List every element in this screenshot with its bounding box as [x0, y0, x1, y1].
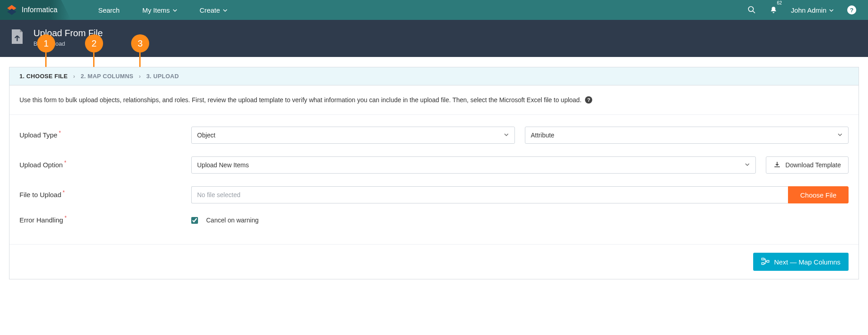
nav-right: 62 John Admin ? — [748, 5, 868, 14]
download-template-button[interactable]: Download Template — [766, 156, 849, 174]
nav-search-label: Search — [98, 6, 120, 14]
required-indicator: * — [65, 215, 67, 221]
brand-name: Informatica — [22, 6, 57, 14]
error-handling-label-wrap: Error Handling* — [19, 216, 191, 224]
svg-line-3 — [753, 11, 755, 13]
upload-option-select[interactable]: Upload New Items — [191, 156, 756, 174]
annotation-callout-2: 2 — [85, 34, 103, 52]
user-menu[interactable]: John Admin — [791, 6, 834, 14]
chevron-down-icon — [173, 6, 177, 14]
chevron-down-icon — [837, 132, 843, 139]
error-handling-controls: Cancel on warning — [191, 217, 849, 224]
nav-item-create[interactable]: Create — [200, 6, 227, 14]
svg-rect-4 — [762, 258, 764, 260]
wizard-step-choose-file[interactable]: 1. CHOOSE FILE — [19, 73, 68, 80]
page-header: Upload From File Bulk Upload — [0, 20, 868, 57]
wizard-step-map-columns[interactable]: 2. MAP COLUMNS — [80, 73, 133, 80]
card-footer: Next — Map Columns — [9, 244, 859, 279]
annotation-callout-1: 1 — [37, 34, 55, 52]
annotation-line-1 — [45, 52, 47, 67]
upload-type-controls: Object Attribute — [191, 127, 849, 144]
upload-type-label: Upload Type — [19, 131, 57, 139]
annotation-line-3 — [139, 52, 141, 67]
instruction-row: Use this form to bulk upload objects, re… — [9, 85, 859, 115]
help-tooltip-icon[interactable]: ? — [585, 96, 592, 104]
annotation-line-2 — [93, 52, 94, 67]
download-template-label: Download Template — [785, 161, 841, 169]
next-button-label: Next — Map Columns — [774, 258, 840, 266]
annotation-callout-3: 3 — [131, 34, 149, 52]
chevron-right-icon: › — [73, 73, 75, 80]
form-area: Upload Type* Object Attribute — [9, 115, 859, 244]
upload-option-label-wrap: Upload Option* — [19, 161, 191, 169]
upload-type-label-wrap: Upload Type* — [19, 131, 191, 139]
choose-file-button[interactable]: Choose File — [788, 186, 849, 203]
nav-create-label: Create — [200, 6, 220, 14]
required-indicator: * — [63, 189, 65, 196]
nav-item-search[interactable]: Search — [98, 6, 120, 14]
svg-rect-6 — [767, 260, 769, 262]
upload-file-icon — [9, 28, 25, 47]
file-to-upload-label-wrap: File to Upload* — [19, 191, 191, 199]
row-error-handling: Error Handling* Cancel on warning — [19, 208, 849, 234]
choose-file-label: Choose File — [800, 191, 836, 199]
search-icon[interactable] — [748, 6, 756, 14]
required-indicator: * — [64, 160, 66, 166]
error-handling-label: Error Handling — [19, 216, 63, 224]
required-indicator: * — [59, 130, 61, 136]
download-icon — [774, 161, 781, 170]
upload-option-label: Upload Option — [19, 161, 63, 169]
row-upload-type: Upload Type* Object Attribute — [19, 118, 849, 148]
upload-type-primary-select[interactable]: Object — [191, 127, 515, 144]
upload-type-primary-value: Object — [197, 132, 215, 139]
chevron-down-icon — [504, 132, 509, 139]
upload-type-secondary-select[interactable]: Attribute — [525, 127, 849, 144]
upload-option-controls: Upload New Items Download Template — [191, 156, 849, 174]
nav-links: Search My Items Create — [98, 0, 227, 20]
svg-rect-5 — [762, 263, 764, 264]
notification-count-badge: 62 — [777, 0, 782, 5]
cancel-on-warning-label: Cancel on warning — [206, 217, 259, 224]
svg-marker-1 — [7, 9, 16, 15]
user-name-label: John Admin — [791, 6, 826, 14]
instruction-text: Use this form to bulk upload objects, re… — [19, 96, 581, 104]
upload-option-value: Upload New Items — [197, 161, 249, 169]
top-nav: Informatica Search My Items Create 62 Jo… — [0, 0, 868, 20]
row-file-to-upload: File to Upload* No file selected Choose … — [19, 178, 849, 208]
svg-point-2 — [748, 7, 753, 12]
notification-bell-icon[interactable]: 62 — [769, 6, 778, 14]
chevron-right-icon: › — [139, 73, 141, 80]
map-columns-icon — [761, 257, 769, 267]
row-upload-option: Upload Option* Upload New Items Download… — [19, 148, 849, 178]
upload-type-secondary-value: Attribute — [531, 132, 554, 139]
cancel-on-warning-checkbox[interactable] — [191, 217, 198, 224]
brand-logo-icon — [6, 5, 17, 15]
chevron-down-icon — [223, 6, 227, 14]
wizard-step-upload[interactable]: 3. UPLOAD — [146, 73, 179, 80]
file-placeholder-text: No file selected — [197, 191, 241, 198]
main-content: 1 2 3 1. CHOOSE FILE › 2. MAP COLUMNS › … — [0, 57, 868, 288]
nav-item-my-items[interactable]: My Items — [142, 6, 177, 14]
chevron-down-icon — [745, 161, 750, 169]
help-icon[interactable]: ? — [847, 5, 856, 14]
brand-block[interactable]: Informatica — [0, 0, 71, 20]
file-to-upload-label: File to Upload — [19, 191, 61, 198]
chevron-down-icon — [829, 6, 834, 14]
file-controls: No file selected Choose File — [191, 186, 849, 203]
upload-card: 1. CHOOSE FILE › 2. MAP COLUMNS › 3. UPL… — [9, 67, 859, 279]
nav-my-items-label: My Items — [142, 6, 170, 14]
file-path-display: No file selected — [191, 186, 788, 203]
wizard-steps: 1. CHOOSE FILE › 2. MAP COLUMNS › 3. UPL… — [9, 67, 859, 85]
next-map-columns-button[interactable]: Next — Map Columns — [753, 253, 849, 271]
